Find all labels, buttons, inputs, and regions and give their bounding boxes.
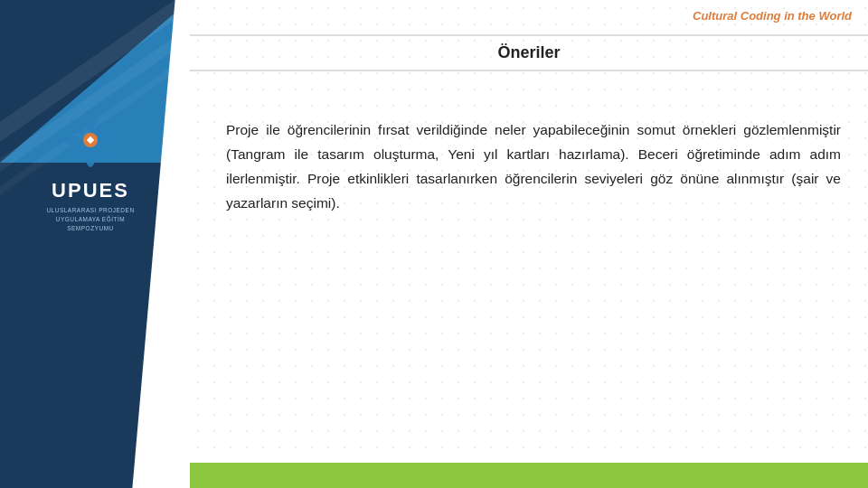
slide-container: UPUES ULUSLARARASI PROJEDEN UYGULAMAYA E…: [0, 0, 868, 488]
svg-point-2: [99, 136, 118, 145]
brand-header: Cultural Coding in the World: [190, 0, 868, 23]
svg-point-0: [86, 113, 95, 131]
brand-title: Cultural Coding in the World: [693, 9, 852, 23]
logo-subtitle: ULUSLARARASI PROJEDEN UYGULAMAYA EĞİTİM …: [32, 206, 149, 232]
svg-point-3: [94, 144, 113, 163]
svg-point-5: [68, 144, 87, 163]
svg-point-4: [86, 149, 95, 167]
left-panel: UPUES ULUSLARARASI PROJEDEN UYGULAMAYA E…: [0, 0, 190, 488]
svg-point-1: [94, 117, 113, 136]
section-title: Öneriler: [226, 43, 832, 62]
content-paragraph: Proje ile öğrencilerinin fırsat verildiğ…: [226, 117, 841, 216]
section-title-area: Öneriler: [190, 34, 868, 71]
svg-point-6: [63, 136, 81, 145]
svg-point-7: [68, 117, 87, 136]
bottom-green-bar: [190, 463, 868, 488]
logo-area: UPUES ULUSLARARASI PROJEDEN UYGULAMAYA E…: [18, 108, 163, 232]
main-text-content: Proje ile öğrencilerinin fırsat verildiğ…: [226, 117, 841, 443]
logo-text: UPUES: [52, 179, 129, 202]
upues-logo-icon: [59, 108, 122, 172]
